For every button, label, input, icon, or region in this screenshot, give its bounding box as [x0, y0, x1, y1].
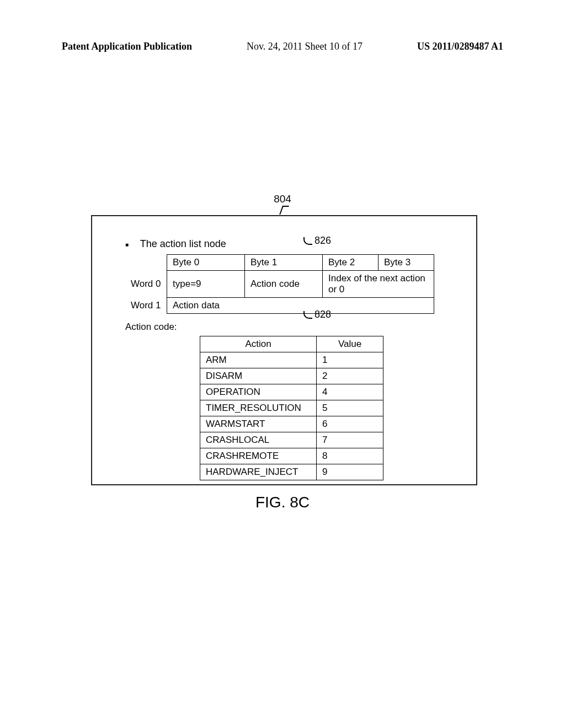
- table-cell: type=9: [167, 271, 245, 298]
- table-cell: Action code: [245, 271, 323, 298]
- table-header-cell: Byte 2: [323, 255, 379, 271]
- action-name-cell: CRASHLOCAL: [200, 432, 317, 448]
- table-row: Word 0 type=9 Action code Index of the n…: [125, 271, 434, 298]
- section-title-text: The action list node: [140, 238, 226, 249]
- section-bullet-title: The action list node: [125, 238, 454, 250]
- action-name-cell: HARDWARE_INJECT: [200, 464, 317, 480]
- action-value-cell: 9: [317, 464, 383, 480]
- action-name-cell: TIMER_RESOLUTION: [200, 400, 317, 416]
- table-row: DISARM 2: [200, 368, 383, 384]
- action-name-cell: WARMSTART: [200, 416, 317, 432]
- action-value-cell: 1: [317, 352, 383, 368]
- table-header-cell: Byte 0: [167, 255, 245, 271]
- action-value-cell: 8: [317, 448, 383, 464]
- action-value-cell: 5: [317, 400, 383, 416]
- table-row: CRASHLOCAL 7: [200, 432, 383, 448]
- figure-frame: The action list node Byte 0 Byte 1 Byte …: [91, 215, 477, 485]
- header-publication: Patent Application Publication: [62, 41, 192, 52]
- action-value-cell: 4: [317, 384, 383, 400]
- table-row: CRASHREMOTE 8: [200, 448, 383, 464]
- table-header-cell: Action: [200, 336, 317, 352]
- table-row: Word 1 Action data: [125, 298, 434, 314]
- row-label: Word 1: [125, 298, 167, 314]
- table-cell: Index of the next action or 0: [323, 271, 434, 298]
- figure-caption: FIG. 8C: [0, 494, 565, 511]
- table-header-cell: Value: [317, 336, 383, 352]
- action-name-cell: ARM: [200, 352, 317, 368]
- action-value-cell: 6: [317, 416, 383, 432]
- table-header-cell: Byte 1: [245, 255, 323, 271]
- table-header-cell: Byte 3: [379, 255, 434, 271]
- table-header-row: Action Value: [200, 336, 383, 352]
- action-code-label: Action code:: [125, 322, 454, 333]
- action-code-table: Action Value ARM 1 DISARM 2 OPERATION 4 …: [200, 336, 383, 480]
- action-value-cell: 2: [317, 368, 383, 384]
- byte-layout-table: Byte 0 Byte 1 Byte 2 Byte 3 Word 0 type=…: [125, 254, 434, 314]
- table-cell: Action data: [167, 298, 434, 314]
- header-date-sheet: Nov. 24, 2011 Sheet 10 of 17: [247, 41, 363, 52]
- action-name-cell: CRASHREMOTE: [200, 448, 317, 464]
- reference-tick-icon: [279, 206, 289, 215]
- action-value-cell: 7: [317, 432, 383, 448]
- table-row: ARM 1: [200, 352, 383, 368]
- table-header-cell: [125, 255, 167, 271]
- page-root: Patent Application Publication Nov. 24, …: [0, 0, 565, 728]
- action-name-cell: DISARM: [200, 368, 317, 384]
- table-row: HARDWARE_INJECT 9: [200, 464, 383, 480]
- reference-numeral-804: 804: [0, 193, 565, 205]
- table-row: WARMSTART 6: [200, 416, 383, 432]
- row-label: Word 0: [125, 271, 167, 298]
- table-row: TIMER_RESOLUTION 5: [200, 400, 383, 416]
- page-header: Patent Application Publication Nov. 24, …: [62, 41, 503, 52]
- action-name-cell: OPERATION: [200, 384, 317, 400]
- table-row: OPERATION 4: [200, 384, 383, 400]
- table-header-row: Byte 0 Byte 1 Byte 2 Byte 3: [125, 255, 434, 271]
- header-pub-number: US 2011/0289487 A1: [417, 41, 503, 52]
